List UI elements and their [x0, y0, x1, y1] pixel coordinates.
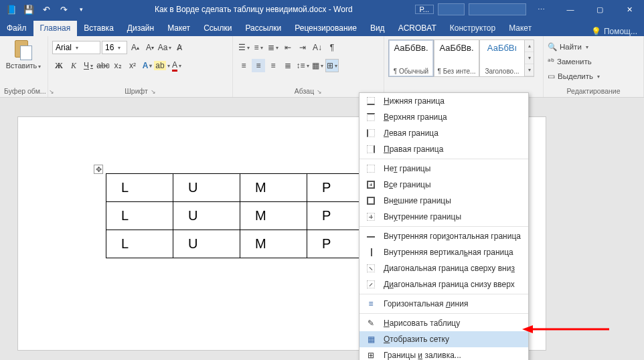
align-center-button[interactable]: ≡	[252, 59, 265, 72]
bullets-button[interactable]: ☰▾	[237, 41, 250, 54]
group-styles: АаБбВв. ¶ Обычный АаБбВв. ¶ Без инте... …	[384, 36, 544, 97]
table-cell[interactable]: U	[173, 202, 240, 230]
tab-view[interactable]: Вид	[364, 21, 392, 36]
window-title: Как в Ворде сделать таблицу невидимой.do…	[92, 5, 415, 14]
table-cell[interactable]: L	[106, 230, 173, 258]
text-effects-button[interactable]: A▾	[141, 59, 154, 72]
table-cell[interactable]: U	[173, 230, 240, 258]
replace-button[interactable]: ᵃᵇЗаменить	[548, 55, 639, 68]
highlight-button[interactable]: ab▾	[155, 59, 169, 72]
font-name-combo[interactable]: Arial▾	[52, 41, 100, 54]
save-button[interactable]: 💾	[21, 2, 36, 17]
group-paragraph: ☰▾ ≡▾ ≣▾ ⇤ ⇥ A↓ ¶ ≡ ≡ ≡ ≣ ↕≡▾ ▦▾ ⊞▾ Абза…	[233, 36, 384, 97]
style-normal[interactable]: АаБбВв. ¶ Обычный	[388, 39, 434, 77]
user-name[interactable]	[469, 3, 526, 15]
ribbon: Вставить▾ Буфер обм...↘ Arial▾ 16▾ A▴ A▾…	[0, 36, 644, 98]
italic-button[interactable]: К	[67, 59, 80, 72]
sort-button[interactable]: A↓	[311, 41, 324, 54]
find-button[interactable]: 🔍Найти▾	[548, 40, 639, 54]
group-editing: 🔍Найти▾ ᵃᵇЗаменить ▭Выделить▾ Редактиров…	[544, 36, 644, 97]
decrease-font-button[interactable]: A▾	[143, 41, 157, 54]
superscript-button[interactable]: x²	[126, 59, 139, 72]
ribbon-options-button[interactable]: ⋯	[526, 0, 556, 19]
style-heading1[interactable]: АаБбВı Заголово...	[479, 39, 525, 77]
tab-design[interactable]: Дизайн	[120, 21, 161, 36]
table-cell[interactable]: L	[106, 202, 173, 230]
editing-label: Редактирование	[548, 86, 639, 97]
search-icon: 🔍	[548, 42, 557, 52]
draw-table-item[interactable]: ✎Нарисовать таблицу	[359, 315, 528, 331]
border-diag-down-item[interactable]: Диагональная граница сверху вниз	[359, 260, 528, 276]
border-inside-v-item[interactable]: Внутренняя вертикальная граница	[359, 244, 528, 260]
subscript-button[interactable]: x₂	[111, 59, 125, 72]
line-spacing-button[interactable]: ↕≡▾	[296, 59, 309, 72]
table-cell[interactable]: M	[240, 202, 307, 230]
numbering-button[interactable]: ≡▾	[252, 41, 265, 54]
maximize-button[interactable]: ▢	[585, 0, 615, 19]
tab-references[interactable]: Ссылки	[197, 21, 238, 36]
redo-button[interactable]: ↷	[56, 2, 71, 17]
clear-format-button[interactable]: A̷	[173, 41, 186, 54]
styles-gallery-expand[interactable]: ▴▾▾	[525, 39, 534, 77]
underline-button[interactable]: Ч▾	[82, 59, 95, 72]
tab-insert[interactable]: Вставка	[77, 21, 120, 36]
change-case-button[interactable]: Aa▾	[158, 41, 171, 54]
strike-button[interactable]: abc	[96, 59, 110, 72]
border-inside-h-item[interactable]: Внутренняя горизонтальная граница	[359, 228, 528, 244]
justify-button[interactable]: ≣	[281, 59, 295, 72]
tab-review[interactable]: Рецензирование	[288, 21, 364, 36]
increase-font-button[interactable]: A▴	[129, 41, 142, 54]
tell-me[interactable]: 💡 Помощ...	[584, 27, 644, 36]
show-marks-button[interactable]: ¶	[325, 41, 339, 54]
style-nospacing[interactable]: АаБбВв. ¶ Без инте...	[434, 39, 479, 77]
view-gridlines-item[interactable]: ▦Отобразить сетку	[359, 331, 528, 347]
table-cell[interactable]: M	[240, 174, 307, 202]
tab-acrobat[interactable]: ACROBAT	[392, 21, 443, 36]
select-button[interactable]: ▭Выделить▾	[548, 70, 639, 83]
border-outside-item[interactable]: Внешние границы	[359, 193, 528, 209]
border-top-item[interactable]: Верхняя граница	[359, 109, 528, 125]
border-diag-up-item[interactable]: Диагональная граница снизу вверх	[359, 276, 528, 292]
border-left-item[interactable]: Левая граница	[359, 125, 528, 141]
multilevel-button[interactable]: ≣▾	[266, 41, 280, 54]
select-icon: ▭	[548, 72, 555, 81]
align-right-button[interactable]: ≡	[266, 59, 280, 72]
titlebar: 📘 💾 ↶ ↷ ▾ Как в Ворде сделать таблицу не…	[0, 0, 644, 19]
tab-home[interactable]: Главная	[33, 21, 78, 36]
borders-shading-item[interactable]: ⊞Границы и заливка...	[359, 347, 528, 360]
table-tools-label: Р...	[415, 5, 434, 14]
decrease-indent-button[interactable]: ⇤	[281, 41, 295, 54]
border-inside-item[interactable]: Внутренние границы	[359, 209, 528, 225]
tab-file[interactable]: Файл	[0, 21, 33, 36]
tab-table-design[interactable]: Конструктор	[443, 21, 502, 36]
table-cell[interactable]: M	[240, 230, 307, 258]
user-avatar[interactable]	[438, 3, 465, 15]
table-cell[interactable]: L	[106, 174, 173, 202]
qat-customize[interactable]: ▾	[74, 2, 88, 17]
undo-button[interactable]: ↶	[39, 2, 54, 17]
border-all-item[interactable]: Все границы	[359, 177, 528, 193]
menu-divider	[359, 313, 528, 314]
close-button[interactable]: ✕	[615, 0, 644, 19]
tab-mailings[interactable]: Рассылки	[238, 21, 288, 36]
border-bottom-item[interactable]: ННижняя границаижняя граница	[359, 93, 528, 109]
tab-table-layout[interactable]: Макет	[502, 21, 538, 36]
table-cell[interactable]: U	[173, 174, 240, 202]
minimize-button[interactable]: —	[556, 0, 585, 19]
horizontal-line-item[interactable]: ≡Горизонтальная линия	[359, 296, 528, 312]
menu-divider	[359, 159, 528, 159]
font-color-button[interactable]: A▾	[170, 59, 183, 72]
increase-indent-button[interactable]: ⇥	[296, 41, 309, 54]
word-icon[interactable]: 📘	[4, 2, 19, 17]
bold-button[interactable]: Ж	[52, 59, 66, 72]
paste-button[interactable]: Вставить▾	[4, 37, 43, 70]
shading-button[interactable]: ▦▾	[311, 59, 324, 72]
border-none-item[interactable]: Нет границы	[359, 161, 528, 177]
align-left-button[interactable]: ≡	[237, 59, 250, 72]
borders-button[interactable]: ⊞▾	[325, 59, 339, 72]
tab-layout[interactable]: Макет	[161, 21, 197, 36]
font-size-combo[interactable]: 16▾	[102, 41, 127, 54]
border-right-item[interactable]: Правая граница	[359, 141, 528, 157]
styles-gallery[interactable]: АаБбВв. ¶ Обычный АаБбВв. ¶ Без инте... …	[388, 39, 525, 77]
table-move-handle[interactable]: ✥	[94, 165, 103, 174]
